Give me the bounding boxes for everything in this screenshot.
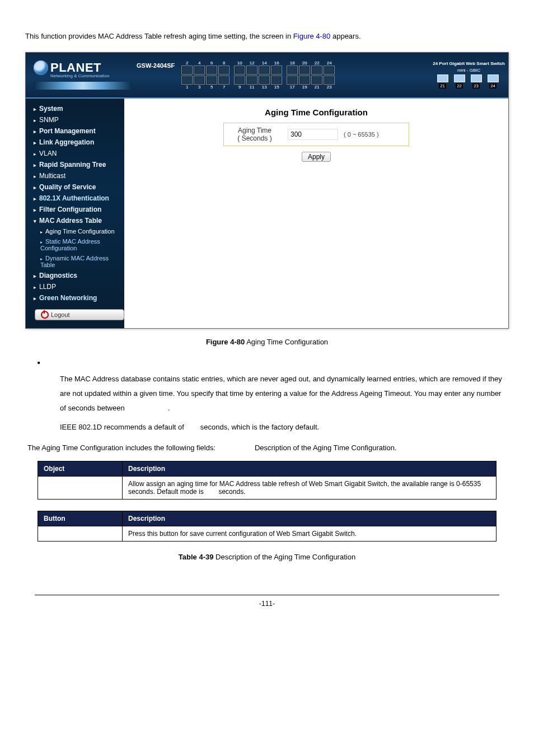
form-label-line2: ( Seconds ): [237, 134, 271, 142]
port-panel: GSW-2404SF 24681012141618202224 13579111…: [132, 53, 508, 97]
sidebar-item-system[interactable]: System: [26, 103, 124, 114]
aging-time-label: Aging Time ( Seconds ): [224, 123, 285, 146]
port-number: 19: [302, 85, 307, 90]
sidebar-item-diagnostics[interactable]: Diagnostics: [26, 270, 124, 281]
port-jack: [324, 76, 335, 85]
btn-cell-desc: Press this button for save current confi…: [123, 526, 496, 541]
obj-cell-name: Aging Time: [38, 476, 123, 499]
content-title: Aging Time Configuration: [124, 108, 508, 117]
button-table: Button Description Apply Press this butt…: [38, 511, 496, 542]
port-number: 18: [289, 60, 295, 66]
port-jack: [324, 66, 335, 74]
port-number: 4: [196, 60, 202, 66]
port-number: 1: [184, 85, 190, 90]
port-number: 13: [261, 85, 267, 90]
port-jack: [259, 76, 270, 85]
port-jack: [271, 66, 282, 74]
paragraph-2: IEEE 802.1D recommends a default of 300 …: [25, 416, 509, 435]
port-jack: [271, 76, 282, 85]
figure-caption-text: Aging Time Configuration: [245, 338, 328, 346]
para2-post: seconds, which is the factory default.: [198, 423, 319, 431]
btn-header-button: Button: [38, 511, 123, 526]
sidebar-item-green-networking[interactable]: Green Networking: [26, 292, 124, 304]
intro-suffix: appears.: [330, 32, 360, 40]
apply-button[interactable]: Apply: [302, 152, 331, 162]
screenshot: PLANET Networking & Communication GSW-24…: [25, 52, 509, 329]
mini-gbic-number: 21: [439, 83, 446, 88]
port-number: 7: [221, 85, 227, 90]
port-jack: [299, 76, 310, 85]
sidebar-nav: System SNMP Port Management Link Aggrega…: [26, 99, 124, 328]
port-jack: [218, 66, 229, 74]
intro-text: This function provides MAC Address Table…: [25, 31, 509, 42]
port-number: 15: [274, 85, 279, 90]
port-number: 22: [314, 60, 320, 66]
model-number: GSW-2404SF: [137, 62, 175, 69]
sidebar-item-port-management[interactable]: Port Management: [26, 125, 124, 137]
port-number: 10: [237, 60, 242, 66]
port-jack: [287, 76, 298, 85]
port-number: 12: [249, 60, 255, 66]
port-number: 14: [261, 60, 267, 66]
port-jack: [287, 66, 298, 74]
intro-figure-link: Figure 4-80: [293, 32, 330, 40]
mini-gbic-port: [471, 74, 482, 82]
para2-pre: IEEE 802.1D recommends a default of: [60, 423, 186, 431]
ribbon-decoration: [34, 82, 132, 90]
figure-caption: Figure 4-80 Aging Time Configuration: [25, 338, 509, 346]
port-jack: [194, 76, 205, 85]
desc-pre: The Aging Time Configuration includes th…: [27, 444, 218, 452]
obj-header-description: Description: [123, 461, 496, 476]
mini-gbic-number: 23: [472, 83, 480, 88]
sidebar-item-filter[interactable]: Filter Configuration: [26, 204, 124, 215]
port-number: 8: [221, 60, 227, 66]
sidebar-item-lldp[interactable]: LLDP: [26, 281, 124, 292]
logout-button[interactable]: Logout: [35, 309, 124, 320]
logout-label: Logout: [51, 311, 70, 318]
port-jack: [299, 66, 310, 74]
obj-header-object: Object: [38, 461, 123, 476]
mini-gbic-port: [454, 74, 465, 82]
sidebar-item-dot1x[interactable]: 802.1X Authentication: [26, 193, 124, 204]
table-caption: Table 4-39 Description of the Aging Time…: [25, 553, 509, 561]
sidebar-item-qos[interactable]: Quality of Service: [26, 181, 124, 193]
sidebar-item-snmp[interactable]: SNMP: [26, 114, 124, 125]
port-number: 6: [209, 60, 214, 66]
btn-header-description: Description: [123, 511, 496, 526]
port-jack: [234, 66, 245, 74]
bullet-heading: Aging Time Configuration: [25, 358, 509, 367]
page-footer: -111-: [35, 595, 499, 619]
port-number: 5: [209, 85, 214, 90]
object-table: Object Description Aging Time Allow assi…: [38, 461, 496, 500]
device-header: PLANET Networking & Communication GSW-24…: [26, 53, 508, 99]
port-jack: [246, 76, 257, 85]
port-number: 24: [326, 60, 332, 66]
table-caption-number: Table 4-39: [179, 553, 214, 561]
mini-gbic-port: [488, 74, 499, 82]
mini-gbic-label: mini - GBIC: [457, 68, 484, 73]
table-caption-text: Description of the Aging Time Configurat…: [213, 553, 355, 561]
sidebar-sub-static-mac[interactable]: Static MAC Address Configuration: [26, 236, 124, 253]
port-jack: [206, 76, 217, 85]
figure-caption-number: Figure 4-80: [206, 338, 245, 346]
sidebar-item-multicast[interactable]: Multicast: [26, 170, 124, 181]
mini-gbic-number: 24: [489, 83, 496, 88]
port-jack: [259, 66, 270, 74]
sidebar-sub-aging-time[interactable]: Aging Time Configuration: [26, 226, 124, 236]
port-number: 21: [314, 85, 320, 90]
sidebar-item-vlan[interactable]: VLAN: [26, 148, 124, 159]
sidebar-item-link-aggregation[interactable]: Link Aggregation: [26, 137, 124, 148]
port-number: 17: [289, 85, 295, 90]
logo-area: PLANET Networking & Communication: [26, 53, 132, 97]
port-jack: [218, 76, 229, 85]
power-icon: [41, 311, 49, 319]
sidebar-sub-dynamic-mac[interactable]: Dynamic MAC Address Table: [26, 253, 124, 270]
aging-time-input[interactable]: [288, 129, 338, 140]
sidebar-item-rstp[interactable]: Rapid Spanning Tree: [26, 159, 124, 170]
form-label-line1: Aging Time: [238, 127, 271, 134]
btn-cell-name: Apply: [38, 526, 123, 541]
obj-cell-desc: Allow assign an aging time for MAC Addre…: [123, 476, 496, 499]
mini-gbic-port: [437, 74, 448, 82]
sidebar-item-mac-address-table[interactable]: MAC Address Table: [26, 215, 124, 226]
mini-gbic-number: 22: [456, 83, 463, 88]
